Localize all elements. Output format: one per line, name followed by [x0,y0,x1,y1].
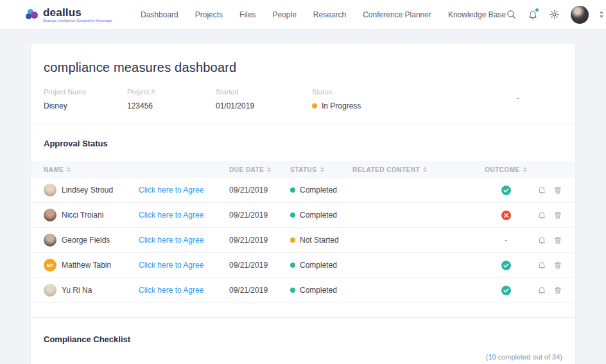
settings-gear-icon[interactable] [549,9,560,20]
delete-trash-icon[interactable] [553,236,562,245]
delete-trash-icon[interactable] [553,186,562,195]
summary-suffix: completed out of 34) [496,353,562,361]
due-date: 09/21/2019 [229,211,290,220]
table-row: Lindsey StroudClick here to Agree09/21/2… [31,178,575,203]
outcome-cell [480,211,532,220]
agree-link[interactable]: Click here to Agree [139,286,203,295]
column-header-status[interactable]: STATUS [290,166,352,173]
nav-item-people[interactable]: People [272,10,296,19]
sort-icon [523,167,527,172]
status-cell: Not Started [290,236,352,245]
project-info: Project Name Disney Project # 123456 Sta… [31,88,575,125]
notify-bell-icon[interactable] [537,186,546,195]
agree-link[interactable]: Click here to Agree [139,211,203,220]
project-number-value: 123456 [127,101,216,110]
completed-count: 10 [488,353,496,361]
search-icon[interactable] [506,9,517,20]
nav-item-knowledge-base[interactable]: Knowledge Base [448,10,506,19]
person-name: Lindsey Stroud [62,186,113,195]
project-number-label: Project # [127,88,216,96]
due-date: 09/21/2019 [229,186,290,195]
brand-logo[interactable]: deallus Strategic Intelligence Competiti… [26,7,112,22]
outcome-cell [480,261,532,270]
agree-link[interactable]: Click here to Agree [139,236,203,245]
person-name: Yu Ri Na [62,286,92,295]
notify-bell-icon[interactable] [537,211,546,220]
due-date: 09/21/2019 [229,286,290,295]
delete-trash-icon[interactable] [553,211,562,220]
status-cell: Completed [290,286,352,295]
project-name-label: Project Name [44,88,127,96]
avatar [44,284,56,297]
person-name: George Fields [62,236,110,245]
nav-menu: Dashboard Projects Files People Research… [141,10,506,19]
notifications-bell-icon[interactable] [528,10,538,20]
nav-item-dashboard[interactable]: Dashboard [141,10,178,19]
table-row: MTMatthew TabinClick here to Agree09/21/… [31,253,575,278]
table-row: Yu Ri NaClick here to Agree09/21/2019Com… [31,278,575,303]
delete-trash-icon[interactable] [553,286,562,295]
top-navbar: deallus Strategic Intelligence Competiti… [0,0,606,30]
person-name: Nicci Troiani [62,211,103,220]
status-dot [312,103,317,108]
status-dot [290,212,295,218]
brand-name: deallus [43,7,112,19]
due-date: 09/21/2019 [229,261,290,270]
nav-item-conference-planner[interactable]: Conference Planner [363,10,431,19]
avatar [44,184,56,196]
avatar: MT [44,259,56,272]
table-row: George FieldsClick here to Agree09/21/20… [31,228,575,253]
outcome-empty: - [505,236,507,245]
column-header-name[interactable]: NAME [44,166,139,173]
nav-item-projects[interactable]: Projects [195,10,223,19]
project-name-value: Disney [44,101,127,110]
approved-check-icon [501,186,511,195]
compliance-checklist-heading: Compliance Checklist [31,318,575,344]
notify-bell-icon[interactable] [537,261,546,270]
column-header-related-content[interactable]: RELATED CONTENT [352,166,480,173]
table-row: Nicci TroianiClick here to Agree09/21/20… [31,203,575,228]
outcome-cell: - [480,236,532,245]
brand-tagline: Strategic Intelligence Competitive Advan… [43,19,112,22]
status-cell: Completed [290,211,352,220]
navbar-actions [506,6,603,24]
status-dot [290,288,295,293]
section-divider [31,303,575,318]
outcome-cell [480,286,532,295]
page-title: compliance measures dashboard [44,60,562,75]
approval-table-body: Lindsey StroudClick here to Agree09/21/2… [31,178,575,303]
status-text: In Progress [322,101,361,110]
column-header-due-date[interactable]: DUE DATE [229,166,290,173]
status-cell: Completed [290,261,352,270]
agree-link[interactable]: Click here to Agree [139,186,203,195]
approved-check-icon [501,261,511,270]
notify-bell-icon[interactable] [537,286,546,295]
sort-icon [423,167,427,172]
approval-table-header: NAME DUE DATE STATUS RELATED CONTENT OUT… [31,161,575,178]
dashboard-card: compliance measures dashboard Project Na… [31,44,575,364]
profile-expand-icon[interactable] [600,11,603,18]
empty-value: - [474,94,562,103]
nav-item-files[interactable]: Files [239,10,255,19]
logo-circles-icon [26,8,39,21]
column-header-outcome[interactable]: OUTCOME [480,166,532,173]
user-avatar[interactable] [571,6,589,24]
checklist-summary: (10 completed out of 34) [31,344,575,364]
started-value: 01/01/2019 [216,101,312,110]
agree-link[interactable]: Click here to Agree [139,261,203,270]
person-name: Matthew Tabin [62,261,111,270]
status-dot [290,263,295,268]
notify-bell-icon[interactable] [537,236,546,245]
sort-icon [67,167,71,172]
status-dot [290,238,295,243]
nav-item-research[interactable]: Research [313,10,346,19]
notification-badge [535,8,539,12]
sort-icon [267,167,271,172]
sort-icon [320,167,324,172]
avatar [44,234,56,247]
started-label: Started [216,88,312,96]
delete-trash-icon[interactable] [553,261,562,270]
outcome-cell [480,186,532,195]
approved-check-icon [501,286,511,295]
approval-status-heading: Approval Status [31,125,575,161]
